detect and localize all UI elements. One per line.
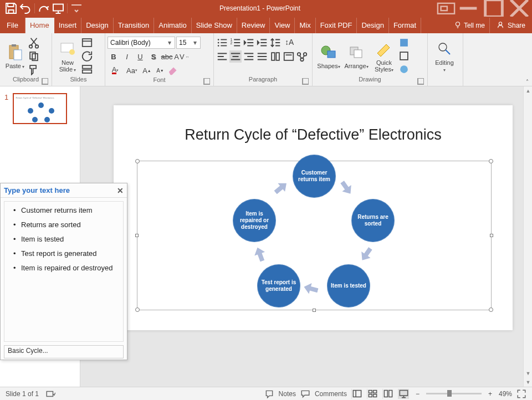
- tab-file[interactable]: File: [0, 18, 25, 33]
- cycle-node-2[interactable]: Returns are sorted: [351, 199, 395, 242]
- tell-me[interactable]: Tell me: [449, 18, 489, 33]
- close-icon[interactable]: ✕: [117, 186, 124, 195]
- align-text-button[interactable]: [283, 50, 295, 63]
- close-button[interactable]: [507, 0, 532, 17]
- strikethrough-button[interactable]: abc: [161, 50, 173, 63]
- convert-smartart-button[interactable]: [296, 50, 308, 63]
- zoom-slider-thumb[interactable]: [447, 390, 452, 397]
- collapse-ribbon-icon[interactable]: ˄: [526, 79, 529, 85]
- arrange-button[interactable]: Arrange▾: [342, 41, 370, 70]
- section-icon[interactable]: [81, 63, 93, 75]
- increase-indent-button[interactable]: [256, 37, 268, 49]
- tab-view[interactable]: View: [270, 18, 295, 33]
- comments-button[interactable]: Comments: [315, 390, 347, 398]
- vertical-scrollbar[interactable]: ▲ ▼ ▼: [523, 86, 532, 387]
- shapes-button[interactable]: Shapes▾: [315, 41, 342, 70]
- tab-design[interactable]: Design: [81, 18, 113, 33]
- scroll-down-icon[interactable]: ▼: [524, 378, 532, 387]
- text-pane-item[interactable]: Item is tested: [13, 235, 117, 244]
- slide-thumbnail-1[interactable]: Return Cycle of "Defective" Electronics: [13, 93, 67, 124]
- start-from-beginning-icon[interactable]: [52, 2, 65, 15]
- cycle-node-5[interactable]: Item is repaired or destroyed: [233, 199, 276, 242]
- change-case-button[interactable]: Aa▾: [124, 64, 140, 76]
- tab-smartart-design[interactable]: Design: [357, 18, 388, 33]
- ribbon-display-options-icon[interactable]: [437, 0, 456, 17]
- shape-outline-button[interactable]: [398, 50, 410, 62]
- tab-animations[interactable]: Animatio: [154, 18, 192, 33]
- font-name-combo[interactable]: Calibri (Body)▾: [108, 37, 175, 49]
- new-slide-button[interactable]: New Slide ▾: [54, 38, 81, 74]
- redo-icon[interactable]: [37, 2, 50, 15]
- zoom-level[interactable]: 49%: [499, 390, 512, 398]
- save-icon[interactable]: [4, 2, 18, 15]
- scroll-up-icon[interactable]: ▲: [524, 86, 532, 95]
- font-dialog-launcher[interactable]: [203, 78, 210, 85]
- shadow-button[interactable]: S: [147, 50, 160, 63]
- clear-formatting-button[interactable]: [167, 64, 180, 76]
- text-pane-body[interactable]: Customer returns item Returns are sorted…: [4, 201, 124, 342]
- zoom-slider[interactable]: [426, 393, 482, 394]
- zoom-in-button[interactable]: +: [486, 390, 494, 398]
- notes-icon[interactable]: [264, 389, 274, 399]
- comments-icon[interactable]: [300, 389, 310, 399]
- spellcheck-icon[interactable]: [45, 389, 55, 399]
- font-size-combo[interactable]: 15▾: [176, 37, 201, 49]
- undo-icon[interactable]: [19, 2, 32, 15]
- bold-button[interactable]: B: [108, 50, 120, 63]
- line-spacing-button[interactable]: [269, 37, 282, 49]
- paragraph-dialog-launcher[interactable]: [302, 78, 309, 85]
- shape-fill-button[interactable]: [398, 37, 410, 49]
- reading-view-icon[interactable]: [382, 389, 393, 399]
- zoom-out-button[interactable]: −: [413, 390, 422, 398]
- tab-smartart-format[interactable]: Format: [389, 18, 421, 33]
- notes-button[interactable]: Notes: [279, 390, 296, 398]
- justify-button[interactable]: [256, 50, 268, 63]
- share-button[interactable]: Share: [489, 18, 532, 33]
- tab-mix[interactable]: Mix: [295, 18, 315, 33]
- increase-font-button[interactable]: A▲: [141, 64, 153, 76]
- align-left-button[interactable]: [216, 50, 228, 63]
- copy-icon[interactable]: [28, 50, 40, 62]
- shape-effects-button[interactable]: [398, 63, 410, 75]
- align-right-button[interactable]: [243, 50, 255, 63]
- reset-icon[interactable]: [81, 50, 93, 62]
- slide-show-icon[interactable]: [398, 389, 409, 399]
- format-painter-icon[interactable]: [28, 63, 40, 75]
- smartart-text-pane[interactable]: Type your text here ✕ Customer returns i…: [0, 183, 127, 360]
- quick-styles-button[interactable]: Quick Styles▾: [370, 38, 398, 74]
- slide-canvas-area[interactable]: Return Cycle of “Defective” Electronics …: [80, 86, 532, 387]
- cut-icon[interactable]: [28, 37, 40, 49]
- drawing-dialog-launcher[interactable]: [417, 78, 424, 85]
- cycle-node-1[interactable]: Customer returns item: [293, 155, 336, 198]
- text-pane-item[interactable]: Customer returns item: [13, 206, 117, 215]
- text-pane-footer[interactable]: Basic Cycle...: [4, 345, 124, 358]
- italic-button[interactable]: I: [121, 50, 133, 63]
- text-direction-button[interactable]: ↕A: [283, 37, 295, 49]
- layout-icon[interactable]: [81, 37, 93, 49]
- editing-button[interactable]: Editing▾: [430, 38, 459, 74]
- tab-insert[interactable]: Insert: [54, 18, 82, 33]
- tab-home[interactable]: Home: [25, 18, 54, 33]
- qat-customize-icon[interactable]: [70, 2, 83, 15]
- tab-slide-show[interactable]: Slide Show: [192, 18, 237, 33]
- slide-sorter-icon[interactable]: [367, 389, 378, 399]
- maximize-button[interactable]: [481, 0, 507, 17]
- slide-title[interactable]: Return Cycle of “Defective” Electronics: [114, 126, 513, 143]
- bullets-button[interactable]: [216, 37, 228, 49]
- decrease-font-button[interactable]: A▼: [154, 64, 166, 76]
- normal-view-icon[interactable]: [351, 389, 362, 399]
- clipboard-dialog-launcher[interactable]: [42, 78, 48, 85]
- scroll-down-icon[interactable]: ▼: [524, 369, 532, 378]
- tab-review[interactable]: Review: [237, 18, 270, 33]
- font-color-button[interactable]: A▾: [108, 64, 123, 76]
- text-pane-item[interactable]: Item is repaired or destroyed: [13, 264, 117, 273]
- align-center-button[interactable]: [229, 50, 242, 63]
- smartart-frame[interactable]: Customer returns item Returns are sorted…: [137, 161, 492, 310]
- character-spacing-button[interactable]: AV↔: [174, 50, 190, 63]
- tab-foxit-pdf[interactable]: Foxit PDF: [316, 18, 357, 33]
- tab-transitions[interactable]: Transition: [114, 18, 155, 33]
- minimize-button[interactable]: [456, 0, 481, 17]
- text-pane-item[interactable]: Returns are sorted: [13, 220, 117, 229]
- columns-button[interactable]: [269, 50, 282, 63]
- decrease-indent-button[interactable]: [243, 37, 255, 49]
